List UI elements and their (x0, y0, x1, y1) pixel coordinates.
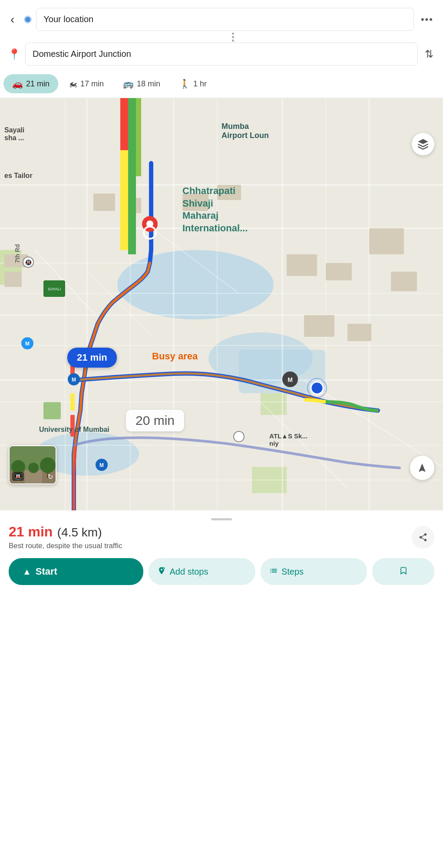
destination-pin-icon: 📍 (8, 48, 21, 60)
svg-rect-47 (120, 98, 128, 150)
route-time-bubble: 21 min (67, 348, 117, 368)
transit-icon: 🚌 (123, 79, 134, 89)
drag-handle[interactable] (211, 518, 232, 520)
svg-rect-49 (70, 393, 75, 411)
svg-point-66 (234, 431, 244, 442)
street-view-transit-icon: 🚇 (12, 472, 24, 481)
svg-rect-38 (287, 254, 317, 276)
tab-bike-label: 17 min (80, 79, 104, 89)
add-stops-button[interactable]: Add stops (149, 558, 255, 585)
tab-car-label: 21 min (26, 79, 50, 89)
add-stops-icon (157, 566, 166, 577)
route-summary: 21 min (4.5 km) Best route, despite the … (9, 524, 434, 550)
bike-icon: 🏍 (69, 79, 77, 89)
route-distance: (4.5 km) (57, 526, 102, 539)
svg-text:M: M (72, 377, 76, 383)
svg-rect-41 (391, 272, 417, 291)
svg-rect-44 (128, 98, 136, 254)
walk-icon: 🚶 (179, 79, 190, 89)
swap-button[interactable]: ⇅ (422, 46, 436, 62)
svg-text:M: M (25, 341, 30, 347)
route-time-alt-bubble: 20 min (126, 410, 184, 431)
steps-button[interactable]: Steps (261, 558, 367, 585)
steps-label: Steps (281, 567, 304, 577)
origin-row: ‹ ••• (7, 8, 436, 31)
share-button[interactable] (412, 526, 434, 549)
route-minutes: 21 min (9, 524, 53, 539)
map-area[interactable]: 🚇 M M M M SAYALI MumbaAirport Loun Chhat… (0, 98, 443, 510)
header: ‹ ••• 📍 ⇅ (0, 0, 443, 70)
svg-rect-40 (369, 228, 404, 254)
tab-bike[interactable]: 🏍 17 min (60, 75, 112, 93)
start-button[interactable]: ▲ Start (9, 558, 143, 585)
svg-point-64 (311, 382, 323, 394)
svg-text:M: M (288, 376, 293, 383)
bookmark-button[interactable] (372, 558, 434, 585)
svg-rect-46 (120, 141, 128, 250)
busy-area-label: Busy area (152, 351, 198, 362)
transport-bar: 🚗 21 min 🏍 17 min 🚌 18 min 🚶 1 hr (0, 70, 443, 98)
street-view-thumbnail[interactable]: 🚇 ↻ (9, 445, 56, 484)
svg-rect-50 (70, 415, 75, 437)
destination-row: 📍 ⇅ (7, 43, 436, 66)
svg-point-73 (40, 457, 56, 473)
svg-rect-43 (347, 324, 371, 341)
origin-dot (24, 16, 32, 23)
svg-rect-39 (326, 263, 352, 280)
tab-transit-label: 18 min (137, 79, 160, 89)
svg-rect-36 (182, 194, 208, 211)
car-icon: 🚗 (12, 79, 23, 89)
svg-text:M: M (99, 462, 104, 468)
bottom-panel: 21 min (4.5 km) Best route, despite the … (0, 510, 443, 594)
more-button[interactable]: ••• (418, 12, 436, 27)
add-stops-label: Add stops (169, 567, 208, 577)
action-buttons: ▲ Start Add stops Steps (9, 558, 434, 585)
bookmark-icon (399, 566, 408, 577)
svg-rect-34 (93, 194, 115, 211)
tab-walk-label: 1 hr (193, 79, 207, 89)
svg-rect-33 (4, 272, 22, 287)
connector-dots (30, 33, 436, 42)
svg-rect-8 (43, 402, 61, 419)
tab-transit[interactable]: 🚌 18 min (114, 74, 169, 93)
street-view-refresh-icon: ↻ (47, 473, 53, 481)
start-label: Start (36, 566, 57, 577)
origin-input[interactable] (36, 8, 414, 31)
svg-rect-45 (136, 98, 141, 176)
tab-walk[interactable]: 🚶 1 hr (171, 74, 215, 93)
svg-text:🚇: 🚇 (25, 259, 32, 266)
start-icon: ▲ (23, 567, 31, 577)
route-note: Best route, despite the usual traffic (9, 542, 122, 550)
back-button[interactable]: ‹ (7, 11, 18, 28)
svg-rect-37 (217, 185, 241, 200)
layers-button[interactable] (412, 133, 434, 155)
steps-icon (269, 566, 278, 577)
svg-rect-42 (304, 315, 334, 337)
tab-car[interactable]: 🚗 21 min (3, 74, 58, 93)
destination-input[interactable] (25, 43, 418, 66)
svg-point-74 (28, 463, 39, 473)
navigation-arrow-button[interactable] (410, 456, 434, 480)
svg-text:SAYALI: SAYALI (48, 287, 61, 291)
